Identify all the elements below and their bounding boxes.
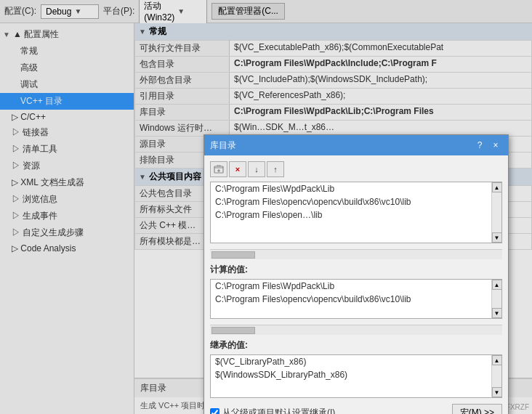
list-item[interactable]: C:\Program Files\WpdPack\Lib bbox=[211, 182, 491, 195]
listbox-hscroll[interactable] bbox=[210, 249, 502, 259]
hscroll-thumb[interactable] bbox=[211, 327, 255, 334]
scroll-track bbox=[492, 290, 502, 308]
directory-listbox[interactable]: C:\Program Files\WpdPack\Lib C:\Program … bbox=[210, 182, 502, 243]
dialog-question-button[interactable]: ? bbox=[473, 139, 486, 152]
dialog-title: 库目录 bbox=[210, 139, 236, 152]
inherit-checkbox[interactable] bbox=[210, 408, 219, 414]
add-folder-button[interactable] bbox=[210, 161, 227, 177]
inherited-label: 继承的值: bbox=[210, 339, 502, 352]
hscroll-thumb[interactable] bbox=[211, 251, 255, 259]
delete-button[interactable]: × bbox=[229, 161, 246, 177]
move-down-button[interactable]: ↓ bbox=[248, 161, 265, 177]
list-item[interactable]: C:\Program Files\opencv\opencv\build\x86… bbox=[211, 195, 491, 208]
scroll-down-button[interactable]: ▼ bbox=[492, 232, 502, 243]
dialog-toolbar: × ↓ ↑ bbox=[210, 161, 502, 177]
computed-scrollbar[interactable]: ▲ ▼ bbox=[491, 280, 501, 318]
computed-label: 计算的值: bbox=[210, 264, 502, 276]
scroll-track bbox=[492, 192, 502, 232]
list-item[interactable]: C:\Program Files\open…\lib bbox=[211, 208, 491, 222]
scroll-up-button[interactable]: ▲ bbox=[492, 280, 502, 290]
checkbox-left: 从父级或项目默认设置继承(I) bbox=[210, 407, 335, 414]
lib-directory-dialog: 库目录 ? × × ↓ ↑ C:\Program Files\WpdPack\L… bbox=[203, 134, 509, 414]
inherited-item: $(VC_LibraryPath_x86) bbox=[211, 355, 491, 368]
inherited-listbox: $(VC_LibraryPath_x86) $(WindowsSDK_Libra… bbox=[210, 354, 502, 398]
scroll-track bbox=[492, 365, 502, 387]
scroll-up-button[interactable]: ▲ bbox=[492, 182, 502, 192]
computed-hscroll[interactable] bbox=[210, 325, 502, 335]
scroll-down-button[interactable]: ▼ bbox=[492, 387, 502, 397]
move-up-button[interactable]: ↑ bbox=[267, 161, 284, 177]
dialog-controls: ? × bbox=[473, 139, 502, 152]
dialog-body: × ↓ ↑ C:\Program Files\WpdPack\Lib C:\Pr… bbox=[204, 155, 508, 414]
inherit-checkbox-row: 从父级或项目默认设置继承(I) 宏(M) >> bbox=[210, 404, 502, 414]
inherit-checkbox-label: 从父级或项目默认设置继承(I) bbox=[222, 407, 335, 414]
dialog-titlebar: 库目录 ? × bbox=[204, 135, 508, 155]
dialog-close-button[interactable]: × bbox=[489, 139, 502, 152]
scroll-down-button[interactable]: ▼ bbox=[492, 308, 502, 318]
scroll-up-button[interactable]: ▲ bbox=[492, 355, 502, 365]
computed-item: C:\Program Files\opencv\opencv\build\x86… bbox=[211, 293, 491, 306]
computed-item: C:\Program Files\WpdPack\Lib bbox=[211, 280, 491, 293]
inherited-scrollbar[interactable]: ▲ ▼ bbox=[491, 355, 501, 397]
macro-edit-button[interactable]: 宏(M) >> bbox=[452, 404, 502, 414]
checkbox-label-text: 从父级或项目默认设置继承(I) bbox=[222, 407, 335, 414]
computed-listbox: C:\Program Files\WpdPack\Lib C:\Program … bbox=[210, 279, 502, 319]
inherited-item: $(WindowsSDK_LibraryPath_x86) bbox=[211, 368, 491, 381]
listbox-scrollbar[interactable]: ▲ ▼ bbox=[491, 182, 501, 243]
